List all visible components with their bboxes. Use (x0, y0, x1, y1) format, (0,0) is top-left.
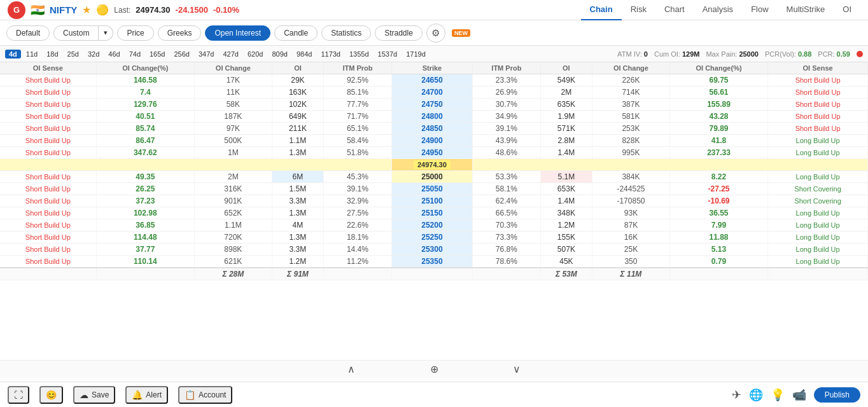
expiry-chip-46d[interactable]: 46d (104, 50, 123, 59)
settings-button[interactable]: ⚙ (426, 24, 445, 43)
expiry-chip-32d[interactable]: 32d (84, 50, 103, 59)
expiry-chip-809d[interactable]: 809d (268, 50, 291, 59)
straddle-button[interactable]: Straddle (375, 25, 423, 41)
telegram-icon[interactable]: ✈ (732, 388, 741, 402)
sum-spacer2 (96, 268, 194, 280)
expiry-chip-74d[interactable]: 74d (125, 50, 144, 59)
scroll-up-button[interactable]: ∧ (347, 363, 355, 375)
tab-chart[interactable]: Chart (655, 0, 694, 20)
custom-dropdown-button[interactable]: ▾ (99, 25, 113, 41)
tab-oi[interactable]: OI (834, 0, 860, 20)
put-oi-chg-pct: -10.69 (669, 195, 767, 207)
strike-cell[interactable]: 25300 (391, 244, 472, 256)
strike-cell[interactable]: 24900 (391, 135, 472, 147)
strike-cell[interactable]: 24850 (391, 123, 472, 135)
put-oi-sense: Short Covering (768, 183, 868, 195)
price-button[interactable]: Price (117, 25, 153, 41)
call-oi-sense: Short Build Up (0, 99, 96, 111)
put-oi: 653K (540, 183, 592, 195)
put-oi-chg: 387K (592, 99, 670, 111)
emoji-button[interactable]: 😊 (39, 386, 63, 404)
expiry-chip-1355d[interactable]: 1355d (346, 50, 373, 59)
table-header-row: OI Sense OI Change(%) OI Change OI ITM P… (0, 62, 868, 74)
call-itm-prob: 11.2% (324, 256, 392, 268)
expiry-chip-18d[interactable]: 18d (43, 50, 62, 59)
expiry-chip-4d[interactable]: 4d (5, 50, 21, 59)
tab-multistrike[interactable]: MultiStrike (778, 0, 834, 20)
col-put-oi: OI (540, 62, 592, 74)
expiry-chip-427d[interactable]: 427d (219, 50, 242, 59)
strike-cell[interactable]: 24700 (391, 86, 472, 99)
symbol-label[interactable]: NIFTY (50, 4, 77, 15)
expiry-chip-620d[interactable]: 620d (244, 50, 267, 59)
call-oi-chg: 720K (194, 231, 272, 244)
call-oi: 163K (272, 86, 323, 99)
app-logo[interactable]: G (8, 1, 25, 19)
expiry-chip-25d[interactable]: 25d (64, 50, 83, 59)
save-button[interactable]: ☁ Save (73, 386, 115, 404)
put-oi-chg: 16K (592, 231, 670, 244)
tab-flow[interactable]: Flow (742, 0, 777, 20)
scroll-down-button[interactable]: ∨ (513, 363, 521, 375)
call-oi: 102K (272, 99, 323, 111)
table-wrapper[interactable]: OI Sense OI Change(%) OI Change OI ITM P… (0, 62, 868, 360)
star-icon[interactable]: ★ (82, 4, 91, 16)
expiry-chip-1173d[interactable]: 1173d (317, 50, 344, 59)
strike-cell[interactable]: 25350 (391, 256, 472, 268)
crosshair-button[interactable]: ⊕ (430, 363, 438, 375)
put-itm-prob: 62.4% (473, 195, 541, 207)
account-button[interactable]: 📋 Account (178, 386, 232, 404)
candle-button[interactable]: Candle (274, 25, 318, 41)
call-oi-sense: Short Build Up (0, 244, 96, 256)
put-oi: 507K (540, 244, 592, 256)
expand-button[interactable]: ⛶ (8, 386, 29, 404)
expiry-chip-165d[interactable]: 165d (146, 50, 169, 59)
expiry-chip-347d[interactable]: 347d (195, 50, 218, 59)
expiry-chip-1537d[interactable]: 1537d (374, 50, 402, 59)
call-oi-chg: 187K (194, 111, 272, 123)
expiry-chip-984d[interactable]: 984d (293, 50, 316, 59)
expiry-chip-11d[interactable]: 11d (22, 50, 41, 59)
strike-cell[interactable]: 25150 (391, 207, 472, 219)
custom-button[interactable]: Custom (53, 25, 99, 41)
put-oi-chg: 828K (592, 135, 670, 147)
oi-table: OI Sense OI Change(%) OI Change OI ITM P… (0, 62, 868, 280)
call-oi-sense: Short Build Up (0, 183, 96, 195)
strike-cell[interactable]: 25250 (391, 231, 472, 244)
bulb-icon[interactable]: 💡 (771, 388, 785, 402)
strike-cell[interactable]: 24650 (391, 74, 472, 86)
default-button[interactable]: Default (6, 25, 50, 41)
strike-cell[interactable]: 24800 (391, 111, 472, 123)
call-oi: 6M (272, 171, 323, 183)
strike-cell[interactable]: 24750 (391, 99, 472, 111)
sum-row: Σ 28M Σ 91M Σ 53M Σ 11M (0, 268, 868, 280)
greeks-button[interactable]: Greeks (158, 25, 202, 41)
flag-icon[interactable]: 🇮🇳 (31, 3, 45, 17)
web-icon[interactable]: 🌐 (749, 388, 763, 402)
put-oi-chg: -244525 (592, 183, 670, 195)
table-row: Short Build Up 49.35 2M 6M 45.3% 25000 5… (0, 171, 868, 183)
statistics-button[interactable]: Statistics (321, 25, 371, 41)
strike-cell[interactable]: 25100 (391, 195, 472, 207)
strike-cell[interactable]: 24950 (391, 147, 472, 159)
sum-put-oi: Σ 53M (540, 268, 592, 280)
call-oi: 29K (272, 74, 323, 86)
open-interest-button[interactable]: Open Interest (205, 25, 270, 41)
tab-chain[interactable]: Chain (581, 0, 622, 20)
expiry-chip-1719d[interactable]: 1719d (402, 50, 430, 59)
call-oi-sense: Short Build Up (0, 256, 96, 268)
tab-risk[interactable]: Risk (622, 0, 655, 20)
publish-button[interactable]: Publish (814, 387, 860, 403)
tab-analysis[interactable]: Analysis (694, 0, 742, 20)
call-oi: 1.1M (272, 135, 323, 147)
strike-cell[interactable]: 25050 (391, 183, 472, 195)
call-itm-prob: 14.4% (324, 244, 392, 256)
strike-cell[interactable]: 25200 (391, 219, 472, 231)
strike-cell[interactable]: 25000 (391, 171, 472, 183)
call-oi-chg-pct: 49.35 (96, 171, 194, 183)
put-oi-sense: Long Build Up (768, 231, 868, 244)
put-oi: 5.1M (540, 171, 592, 183)
video-icon[interactable]: 📹 (792, 388, 806, 402)
alert-button[interactable]: 🔔 Alert (125, 386, 168, 404)
expiry-chip-256d[interactable]: 256d (170, 50, 193, 59)
